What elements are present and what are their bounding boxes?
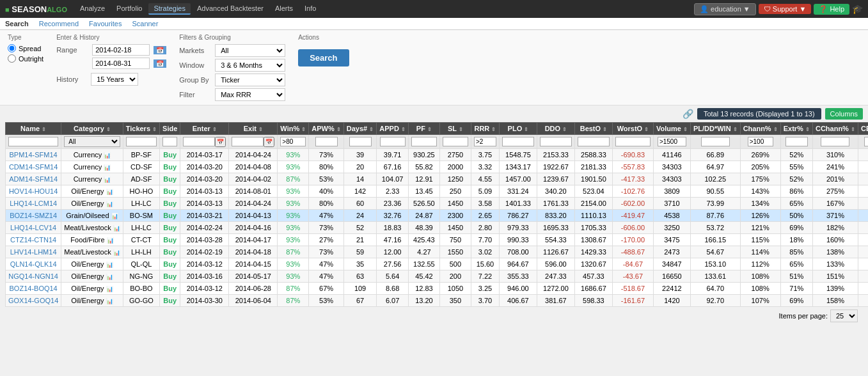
outright-radio[interactable]: Outright	[8, 54, 43, 63]
row-name-link[interactable]: LHQ14-LCV14	[10, 224, 56, 231]
calendar-to-icon[interactable]: 📅	[154, 59, 166, 68]
filter-enter-input[interactable]	[183, 137, 215, 146]
items-per-page-select[interactable]: 25	[830, 309, 858, 322]
row-name-link[interactable]: ADM14-SFM14	[9, 175, 58, 183]
row-name-link[interactable]: CTZ14-CTN14	[10, 236, 56, 244]
col-chann[interactable]: Chann% ⇕	[740, 123, 780, 135]
filter-cextr-input[interactable]	[864, 137, 868, 146]
nav-analyze[interactable]: Analyze	[75, 3, 110, 15]
col-pldwin[interactable]: PL/DD*WIN ⇕	[690, 123, 740, 135]
row-name-link[interactable]: GOX14-GOQ14	[8, 297, 58, 304]
filter-cchann-input[interactable]	[821, 137, 849, 146]
col-days[interactable]: Days# ⇕	[343, 123, 376, 135]
col-side[interactable]: Side	[160, 123, 180, 135]
filter-days-input[interactable]	[349, 137, 372, 146]
row-exit: 2014-04-02	[229, 173, 278, 185]
row-tickers: LH-LH	[123, 246, 159, 258]
subnav-search[interactable]: Search	[5, 20, 29, 27]
nav-portfolio[interactable]: Portfolio	[111, 3, 147, 15]
filter-sl-input[interactable]	[443, 137, 468, 146]
row-name-link[interactable]: LHQ14-LCM14	[10, 200, 57, 207]
row-chann: 269%	[740, 149, 780, 161]
filter-side-input[interactable]	[162, 137, 177, 146]
col-pf[interactable]: PF ⇕	[408, 123, 439, 135]
help-button[interactable]: ❓ Help	[814, 4, 849, 15]
col-apw[interactable]: APW% ⇕	[309, 123, 344, 135]
filter-ddo-input[interactable]	[540, 137, 572, 146]
filter-rrr-input[interactable]	[474, 137, 496, 146]
history-select[interactable]: 15 Years	[91, 73, 138, 86]
row-name-link[interactable]: BOZ14-BOQ14	[10, 285, 58, 292]
row-rrr: 3.75	[471, 149, 499, 161]
filter-name-input[interactable]	[8, 137, 58, 146]
col-extr[interactable]: Extr% ⇕	[780, 123, 812, 135]
col-win[interactable]: Win% ⇕	[278, 123, 309, 135]
col-besto[interactable]: BestO ⇕	[574, 123, 612, 135]
col-rrr[interactable]: RRR ⇕	[471, 123, 499, 135]
row-plo: 331.24	[499, 185, 537, 198]
nav-info[interactable]: Info	[299, 3, 321, 15]
row-name-link[interactable]: HOV14-HOU14	[9, 187, 58, 195]
col-ddo[interactable]: DDO ⇕	[537, 123, 574, 135]
filter-category-select[interactable]: All	[64, 136, 120, 147]
calendar-from-icon[interactable]: 📅	[154, 46, 166, 54]
filter-worsto-input[interactable]	[615, 137, 651, 146]
filter-apw-input[interactable]	[315, 137, 338, 146]
filter-chann-input[interactable]	[748, 137, 773, 146]
row-category: Oil/Energy 📊	[61, 270, 123, 283]
row-enter: 2014-03-20	[180, 173, 229, 185]
row-name-link[interactable]: NGQ14-NGN14	[8, 272, 58, 280]
education-button[interactable]: 👤 education ▼	[694, 3, 756, 15]
filter-pf-input[interactable]	[411, 137, 437, 146]
col-tickers[interactable]: Tickers ⇕	[123, 123, 159, 135]
col-volume[interactable]: Volume ⇕	[653, 123, 690, 135]
data-table: Name ⇕ Category ⇕ Tickers ⇕ Side Enter ⇕…	[5, 122, 868, 307]
window-select[interactable]: 3 & 6 Months	[215, 59, 285, 72]
row-rrr: 7.70	[471, 234, 499, 246]
filter-exit-cal[interactable]: 📅	[264, 137, 274, 147]
row-name-link[interactable]: BPM14-SFM14	[10, 151, 58, 159]
col-sl[interactable]: SL ⇕	[439, 123, 471, 135]
support-button[interactable]: 🛡 Support ▼	[759, 4, 812, 14]
filter-besto-input[interactable]	[578, 137, 610, 146]
row-name-link[interactable]: BOZ14-SMZ14	[10, 212, 57, 219]
filter-exit-input[interactable]	[232, 137, 264, 146]
filter-pldwin-input[interactable]	[701, 137, 730, 146]
subnav-scanner[interactable]: Scanner	[132, 20, 158, 27]
filter-appd-input[interactable]	[380, 137, 406, 146]
col-plo[interactable]: PLO ⇕	[499, 123, 537, 135]
row-category: Grain/Oilseed 📊	[61, 210, 123, 222]
filter-volume-input[interactable]	[658, 137, 686, 146]
nav-alerts[interactable]: Alerts	[270, 3, 298, 15]
row-name-link[interactable]: CDM14-SFM14	[9, 163, 58, 171]
col-name[interactable]: Name ⇕	[6, 123, 61, 135]
filter-select[interactable]: Max RRR	[215, 88, 285, 101]
spread-radio[interactable]: Spread	[8, 44, 43, 52]
range-to-input[interactable]	[92, 58, 150, 69]
subnav-recommend[interactable]: Recommend	[39, 20, 79, 27]
col-cextr[interactable]: CExtr% ⇕	[858, 123, 868, 135]
col-cchann[interactable]: CChann% ⇕	[812, 123, 858, 135]
markets-select[interactable]: All	[215, 44, 285, 57]
columns-button[interactable]: Columns	[825, 108, 863, 120]
row-name-link[interactable]: QLN14-QLK14	[10, 260, 57, 268]
col-enter[interactable]: Enter ⇕	[180, 123, 229, 135]
col-exit[interactable]: Exit ⇕	[229, 123, 278, 135]
nav-advanced-backtester[interactable]: Advanced Backtester	[192, 3, 269, 15]
search-button[interactable]: Search	[298, 49, 349, 67]
filter-win-input[interactable]	[280, 137, 306, 146]
row-name-link[interactable]: LHV14-LHM14	[10, 248, 57, 256]
subnav-favourites[interactable]: Favourites	[89, 20, 122, 27]
col-worsto[interactable]: WorstO ⇕	[612, 123, 653, 135]
row-worsto: -518.67	[612, 283, 653, 295]
groupby-select[interactable]: Ticker	[215, 74, 285, 86]
filter-tickers-input[interactable]	[126, 137, 157, 146]
range-from-input[interactable]	[92, 44, 150, 56]
row-win: 93%	[278, 210, 309, 222]
col-category[interactable]: Category ⇕	[61, 123, 123, 135]
filter-enter-cal[interactable]: 📅	[215, 137, 226, 147]
filter-plo-input[interactable]	[502, 137, 534, 146]
nav-strategies[interactable]: Strategies	[148, 3, 191, 15]
filter-extr-input[interactable]	[785, 137, 808, 146]
col-appd[interactable]: APPD ⇕	[377, 123, 409, 135]
